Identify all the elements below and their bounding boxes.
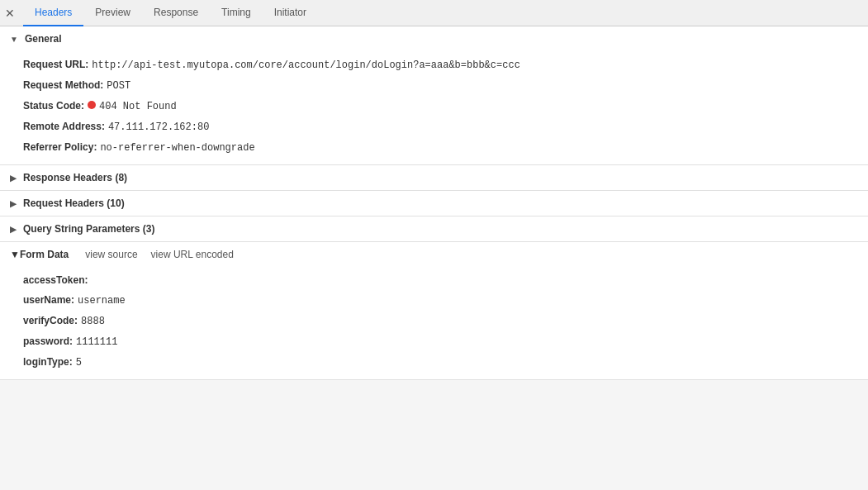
form-data-section: ▼ Form Data view source view URL encoded… bbox=[0, 242, 868, 380]
status-code-value: 404 Not Found bbox=[99, 99, 177, 114]
query-string-chevron-icon: ▶ bbox=[10, 225, 17, 234]
general-section: ▼ General Request URL: http://api-test.m… bbox=[0, 26, 868, 165]
form-data-actions: view source view URL encoded bbox=[78, 249, 240, 260]
remote-address-row: Remote Address: 47.111.172.162:80 bbox=[23, 117, 868, 137]
view-source-link[interactable]: view source bbox=[78, 249, 144, 260]
request-headers-title: Request Headers (10) bbox=[23, 197, 125, 209]
password-row: password: 1111111 bbox=[23, 331, 868, 352]
tab-headers[interactable]: Headers bbox=[23, 0, 83, 26]
form-data-body: accessToken: userName: username verifyCo… bbox=[0, 267, 868, 379]
tab-response[interactable]: Response bbox=[142, 0, 210, 26]
referrer-policy-label: Referrer Policy: bbox=[23, 140, 97, 155]
request-url-label: Request URL: bbox=[23, 57, 88, 72]
request-url-value: http://api-test.myutopa.com/core/account… bbox=[92, 58, 519, 73]
status-code-label: Status Code: bbox=[23, 98, 84, 113]
request-headers-chevron-icon: ▶ bbox=[10, 199, 17, 208]
content-area: ▼ General Request URL: http://api-test.m… bbox=[0, 26, 868, 380]
form-data-chevron-icon: ▼ bbox=[10, 249, 20, 260]
general-section-body: Request URL: http://api-test.myutopa.com… bbox=[0, 51, 868, 164]
verify-code-label: verifyCode: bbox=[23, 313, 78, 328]
username-row: userName: username bbox=[23, 290, 868, 311]
request-headers-section: ▶ Request Headers (10) bbox=[0, 191, 868, 216]
status-code-row: Status Code: 404 Not Found bbox=[23, 96, 868, 117]
tab-bar: ✕ Headers Preview Response Timing Initia… bbox=[0, 0, 868, 26]
query-string-section-header[interactable]: ▶ Query String Parameters (3) bbox=[0, 216, 868, 241]
login-type-value: 5 bbox=[76, 355, 82, 370]
remote-address-value: 47.111.172.162:80 bbox=[108, 120, 209, 135]
verify-code-row: verifyCode: 8888 bbox=[23, 311, 868, 331]
tab-preview[interactable]: Preview bbox=[83, 0, 142, 26]
response-headers-chevron-icon: ▶ bbox=[10, 174, 17, 183]
form-data-title: Form Data bbox=[20, 249, 69, 260]
remote-address-label: Remote Address: bbox=[23, 119, 105, 134]
password-value: 1111111 bbox=[76, 335, 117, 350]
verify-code-value: 8888 bbox=[81, 314, 105, 329]
response-headers-section-header[interactable]: ▶ Response Headers (8) bbox=[0, 165, 868, 190]
close-button[interactable]: ✕ bbox=[3, 7, 17, 20]
response-headers-title: Response Headers (8) bbox=[23, 172, 127, 183]
request-method-row: Request Method: POST bbox=[23, 75, 868, 96]
general-chevron-icon: ▼ bbox=[10, 35, 18, 44]
access-token-row: accessToken: bbox=[23, 270, 868, 290]
view-url-encoded-link[interactable]: view URL encoded bbox=[145, 249, 240, 260]
access-token-label: accessToken: bbox=[23, 273, 88, 288]
request-method-label: Request Method: bbox=[23, 78, 103, 93]
login-type-row: loginType: 5 bbox=[23, 352, 868, 373]
username-value: username bbox=[78, 293, 126, 308]
general-section-title: General bbox=[25, 33, 62, 45]
password-label: password: bbox=[23, 334, 73, 349]
login-type-label: loginType: bbox=[23, 354, 73, 369]
response-headers-section: ▶ Response Headers (8) bbox=[0, 165, 868, 191]
request-method-value: POST bbox=[107, 78, 130, 93]
tab-initiator[interactable]: Initiator bbox=[263, 0, 318, 26]
referrer-policy-value: no-referrer-when-downgrade bbox=[100, 140, 254, 155]
form-data-section-header[interactable]: ▼ Form Data view source view URL encoded bbox=[0, 242, 868, 267]
tab-timing[interactable]: Timing bbox=[210, 0, 263, 26]
general-section-header[interactable]: ▼ General bbox=[0, 26, 868, 51]
request-headers-section-header[interactable]: ▶ Request Headers (10) bbox=[0, 191, 868, 216]
query-string-title: Query String Parameters (3) bbox=[23, 223, 154, 235]
request-url-row: Request URL: http://api-test.myutopa.com… bbox=[23, 55, 868, 75]
username-label: userName: bbox=[23, 293, 74, 307]
query-string-section: ▶ Query String Parameters (3) bbox=[0, 216, 868, 242]
status-dot-icon bbox=[88, 101, 96, 109]
referrer-policy-row: Referrer Policy: no-referrer-when-downgr… bbox=[23, 137, 868, 158]
